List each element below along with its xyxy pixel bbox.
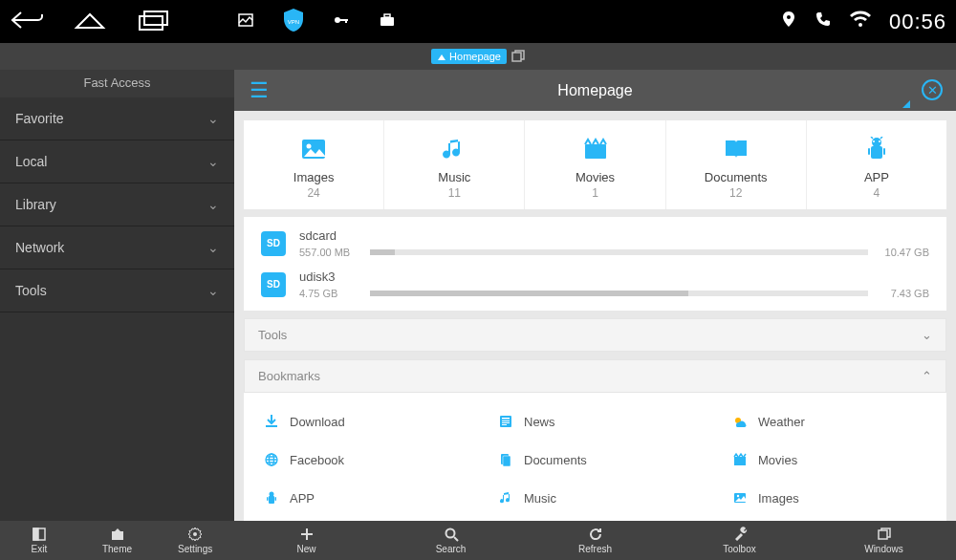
toolbar-theme[interactable]: Theme (78, 521, 157, 560)
weather-icon (731, 413, 749, 430)
sidebar-header: Fast Access (0, 70, 234, 97)
toolbar-new[interactable]: New (234, 521, 379, 560)
toolbar-label: Settings (178, 544, 212, 554)
sidebar-item-favorite[interactable]: Favorite⌄ (0, 97, 234, 140)
resize-corner-icon[interactable] (902, 100, 910, 108)
svg-point-14 (872, 138, 881, 147)
bookmark-app[interactable]: APP (244, 479, 478, 517)
app-icon (807, 134, 946, 164)
sidebar-item-local[interactable]: Local⌄ (0, 140, 234, 183)
chevron-down-icon: ⌄ (207, 283, 219, 298)
bottom-toolbar: Exit Theme Settings New Search Refresh T… (0, 521, 956, 560)
svg-rect-21 (266, 425, 277, 427)
movies-icon (731, 451, 749, 468)
sidebar-item-network[interactable]: Network⌄ (0, 226, 234, 269)
category-count: 1 (525, 186, 664, 200)
bookmark-facebook[interactable]: Facebook (244, 441, 478, 479)
storage-sdcard[interactable]: SD sdcard 557.00 MB 10.47 GB (244, 223, 946, 264)
toolbar-label: Search (436, 544, 467, 554)
svg-rect-20 (883, 148, 885, 155)
android-status-bar: VPN 00:56 (0, 0, 956, 43)
storage-panel: SD sdcard 557.00 MB 10.47 GB SD udisk3 4… (244, 217, 946, 311)
category-music[interactable]: Music 11 (384, 120, 525, 209)
chevron-down-icon: ⌄ (207, 111, 219, 126)
svg-rect-45 (879, 530, 887, 539)
svg-point-16 (879, 140, 880, 142)
svg-rect-6 (345, 19, 347, 23)
svg-rect-32 (734, 457, 746, 465)
picture-status-icon (237, 11, 254, 32)
bookmark-documents[interactable]: Documents (478, 441, 712, 479)
toolbar-label: Exit (32, 544, 48, 554)
bookmark-music[interactable]: Music (478, 479, 712, 517)
tab-add-icon[interactable] (511, 50, 525, 63)
bookmark-label: Weather (758, 415, 805, 429)
close-icon[interactable]: ✕ (922, 79, 943, 100)
bookmark-movies[interactable]: Movies (712, 441, 946, 479)
svg-text:VPN: VPN (288, 19, 299, 25)
sidebar: Fast Access Favorite⌄ Local⌄ Library⌄ Ne… (0, 70, 234, 521)
bookmark-label: Images (758, 491, 799, 506)
storage-total: 10.47 GB (876, 247, 929, 258)
category-movies[interactable]: Movies 1 (525, 120, 665, 209)
back-icon[interactable] (10, 9, 44, 35)
chevron-up-icon: ⌃ (922, 369, 932, 383)
chevron-down-icon: ⌄ (922, 328, 932, 342)
svg-rect-19 (868, 148, 870, 155)
toolbar-label: Refresh (578, 544, 612, 554)
svg-point-15 (873, 140, 875, 142)
vpn-shield-icon: VPN (283, 8, 304, 36)
toolbar-exit[interactable]: Exit (0, 521, 78, 560)
bookmark-images[interactable]: Images (712, 479, 946, 517)
news-icon (497, 413, 514, 430)
section-bookmarks[interactable]: Bookmarks ⌃ (244, 359, 946, 393)
sidebar-item-library[interactable]: Library⌄ (0, 183, 234, 226)
svg-rect-35 (267, 497, 269, 501)
storage-udisk3[interactable]: SD udisk3 4.75 GB 7.43 GB (244, 264, 946, 305)
chevron-down-icon: ⌄ (207, 240, 219, 255)
location-icon (780, 11, 797, 32)
svg-point-38 (737, 495, 739, 497)
category-images[interactable]: Images 24 (244, 120, 384, 209)
category-label: Documents (666, 170, 806, 184)
bookmark-weather[interactable]: Weather (712, 402, 946, 441)
svg-rect-31 (503, 456, 511, 466)
documents-icon (497, 451, 514, 468)
movies-icon (525, 134, 664, 164)
key-status-icon (333, 11, 350, 32)
category-row: Images 24 Music 11 Movies 1 Documents 12… (244, 120, 946, 209)
bookmark-label: Download (290, 415, 345, 429)
category-app[interactable]: APP 4 (807, 120, 946, 209)
search-icon (444, 527, 459, 542)
svg-rect-23 (502, 418, 510, 420)
sidebar-item-tools[interactable]: Tools⌄ (0, 269, 234, 312)
svg-rect-13 (871, 146, 882, 159)
recent-apps-icon[interactable] (136, 9, 170, 35)
bookmark-download[interactable]: Download (244, 402, 478, 441)
toolbar-refresh[interactable]: Refresh (523, 521, 667, 560)
bookmark-news[interactable]: News (478, 402, 712, 441)
toolbar-settings[interactable]: Settings (156, 521, 234, 560)
category-label: Images (244, 170, 383, 184)
toolbar-toolbox[interactable]: Toolbox (667, 521, 812, 560)
svg-rect-25 (502, 422, 510, 423)
storage-used: 557.00 MB (299, 247, 362, 258)
home-icon[interactable] (73, 9, 107, 35)
category-count: 24 (244, 186, 383, 200)
toolbar-label: Toolbox (723, 544, 755, 554)
menu-icon[interactable]: ☰ (250, 78, 269, 103)
category-documents[interactable]: Documents 12 (666, 120, 807, 209)
category-count: 4 (807, 186, 946, 200)
page-title: Homepage (557, 82, 632, 99)
bookmark-label: Facebook (290, 453, 344, 467)
theme-icon (110, 527, 125, 542)
chevron-down-icon: ⌄ (207, 197, 219, 212)
toolbar-windows[interactable]: Windows (812, 521, 956, 560)
briefcase-status-icon (379, 11, 396, 32)
tab-homepage[interactable]: Homepage (431, 49, 507, 64)
bookmarks-panel: Download News Weather Facebook Documents… (244, 393, 946, 521)
section-tools[interactable]: Tools ⌄ (244, 318, 946, 352)
toolbar-search[interactable]: Search (379, 521, 523, 560)
svg-rect-42 (33, 528, 38, 540)
bookmark-label: News (524, 415, 555, 429)
